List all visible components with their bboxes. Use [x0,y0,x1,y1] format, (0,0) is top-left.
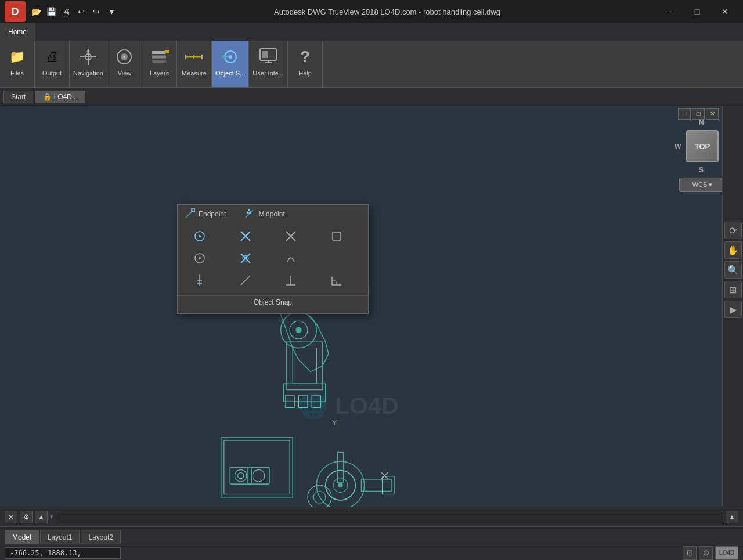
svg-point-74 [199,257,201,259]
ribbon-group-layers[interactable]: Layers [142,41,177,87]
ribbon-group-output[interactable]: 🖨 Output [35,41,70,87]
svg-point-67 [199,235,201,237]
maximize-button[interactable]: □ [684,3,710,20]
objectsnap-icon [219,45,242,68]
snap-header: Endpoint Midpoint [178,205,368,223]
qa-print[interactable]: 🖨 [59,5,73,19]
ribbon-content: 📁 Files 🖨 Output Navigation [0,41,743,87]
snap-perpendicular[interactable] [273,270,308,291]
qa-save[interactable]: 💾 [44,5,58,19]
tab-layout2[interactable]: Layout2 [81,530,121,544]
ribbon-group-navigation[interactable]: Navigation [70,41,107,87]
view-label: View [118,70,132,77]
svg-marker-65 [247,209,251,213]
ribbon-group-userinterface[interactable]: User Inte... [249,41,288,87]
title-bar: D 📂 💾 🖨 ↩ ↪ ▾ Autodesk DWG TrueView 2018… [0,0,743,23]
output-label: Output [42,70,62,77]
snap-circle2[interactable] [182,248,217,269]
cad-viewport[interactable]: Y 🌐 LO4D − □ ✕ N S E W TOP WCS ▾ ⟳ ✋ 🔍 [0,106,743,507]
files-icon: 📁 [6,45,29,68]
tool-zoom[interactable]: 🔍 [724,261,742,279]
ribbon-group-measure[interactable]: Measure [177,41,212,87]
command-close[interactable]: ✕ [5,511,17,523]
tool-play[interactable]: ▶ [724,301,742,318]
document-tab-bar: Start 🔒 LO4D... [0,88,743,106]
svg-point-6 [123,56,125,58]
main-area: Y 🌐 LO4D − □ ✕ N S E W TOP WCS ▾ ⟳ ✋ 🔍 [0,106,743,507]
ribbon-tabs: Home [0,23,743,41]
snap-diagonal[interactable] [228,270,263,291]
snap-empty [319,248,354,269]
snap-square[interactable] [319,226,354,247]
help-label: Help [298,70,312,77]
tab-model[interactable]: Model [5,530,39,544]
command-input[interactable] [56,511,723,523]
status-right-icons: ⊡ ⊙ LO4D [683,546,738,560]
ribbon-group-files[interactable]: 📁 Files [0,41,35,87]
navigation-label: Navigation [73,70,103,77]
snap-midpoint-item[interactable]: Midpoint [243,208,284,220]
output-icon: 🖨 [41,45,64,68]
command-prompt-arrow[interactable]: ▲ [35,511,48,523]
files-label: Files [10,70,24,77]
ribbon-tab-home[interactable]: Home [0,23,35,41]
ribbon-group-view[interactable]: View [107,41,142,87]
qa-undo[interactable]: ↩ [74,5,88,19]
svg-point-17 [222,55,225,59]
tab-layout1[interactable]: Layout1 [40,530,80,544]
tool-pan[interactable]: ✋ [724,241,742,259]
svg-point-32 [295,327,301,333]
tab-lo4d[interactable]: 🔒 LO4D... [35,91,85,103]
svg-rect-9 [152,60,166,63]
tool-orbit[interactable]: ⟳ [724,222,742,239]
lo4d-icon: LO4D [715,546,738,560]
midpoint-label: Midpoint [258,210,284,218]
snap-popup: Endpoint Midpoint [177,204,369,314]
svg-marker-3 [86,49,90,52]
snap-x3[interactable] [228,248,263,269]
endpoint-label: Endpoint [199,210,226,218]
snap-corner[interactable] [319,270,354,291]
svg-point-16 [229,55,232,59]
qa-redo[interactable]: ↪ [89,5,103,19]
svg-rect-8 [152,56,166,59]
snap-x2[interactable] [273,226,308,247]
status-bar: -766.25, 1888.13, ⊡ ⊙ LO4D [0,544,743,560]
qa-more[interactable]: ▾ [104,5,118,19]
ribbon-group-objectsnap[interactable]: Object S... [212,41,249,87]
window-title: Autodesk DWG TrueView 2018 LO4D.com - ro… [118,8,656,16]
coordinates-display: -766.25, 1888.13, [5,547,121,559]
snap-x1[interactable] [228,226,263,247]
svg-line-81 [241,276,250,285]
close-button[interactable]: ✕ [712,3,738,20]
tool-zoom-window[interactable]: ⊞ [724,281,742,298]
compass-south: S [699,166,704,174]
command-scroll-up[interactable]: ▲ [726,511,738,523]
wcs-button[interactable]: WCS ▾ [679,178,726,192]
status-grid-icon[interactable]: ⊡ [683,546,697,560]
snap-vertical[interactable] [182,270,217,291]
svg-rect-10 [165,50,169,53]
command-settings[interactable]: ⚙ [20,511,33,523]
cube-face-top[interactable]: TOP [686,130,719,162]
status-snap-icon[interactable]: ⊙ [699,546,713,560]
ribbon-group-help[interactable]: ? Help [288,41,323,87]
tab-start[interactable]: Start [3,91,33,103]
snap-footer: Object Snap [178,295,368,309]
snap-endpoint-item[interactable]: Endpoint [183,208,226,220]
svg-rect-72 [333,232,341,240]
layers-label: Layers [150,70,169,77]
snap-circle[interactable] [182,226,217,247]
tab-lo4d-label: LO4D... [54,93,78,101]
qa-open[interactable]: 📂 [29,5,43,19]
window-controls: − □ ✕ [656,3,738,20]
snap-arc[interactable] [273,248,308,269]
title-bar-left: D 📂 💾 🖨 ↩ ↪ ▾ [5,1,118,22]
userinterface-label: User Inte... [253,70,284,77]
measure-label: Measure [182,70,207,77]
svg-rect-7 [152,51,166,54]
svg-text:🌐 LO4D: 🌐 LO4D [298,391,398,420]
layout-tab-bar: Model Layout1 Layout2 [0,526,743,544]
tab-lock-icon: 🔒 [43,93,52,101]
minimize-button[interactable]: − [656,3,683,20]
